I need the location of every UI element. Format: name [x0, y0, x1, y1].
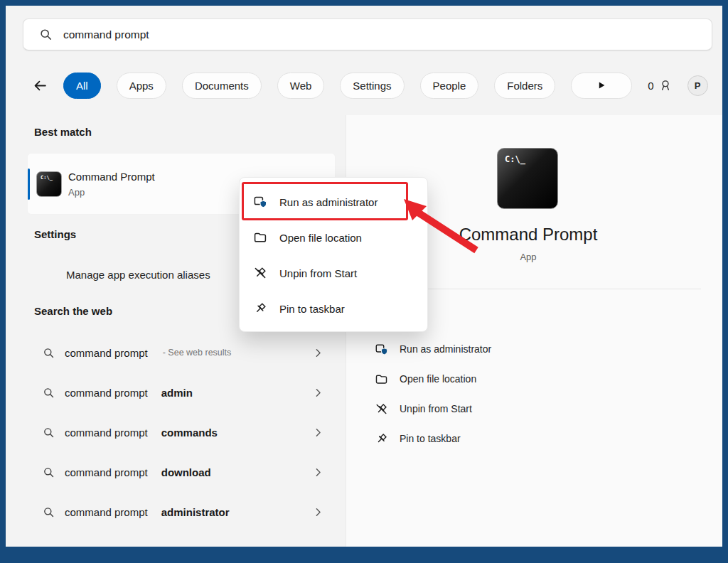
annotation-highlight-box: [242, 182, 408, 220]
preview-action-open-file-location[interactable]: Open file location: [375, 364, 708, 394]
preview-action-pin-to-taskbar[interactable]: Pin to taskbar: [375, 424, 708, 454]
preview-action-run-as-admin[interactable]: Run as administrator: [375, 334, 708, 364]
windows-search-panel: command prompt All Apps Documents Web Se…: [0, 0, 728, 563]
filter-tab-label: Apps: [129, 80, 154, 92]
folder-icon: [375, 372, 388, 386]
suggestion-query-bold: administrator: [161, 506, 230, 518]
search-icon: [43, 387, 55, 399]
suggestion-query: command prompt: [65, 466, 148, 478]
unpin-icon: [375, 402, 388, 416]
preview-actions: Run as administrator Open file location …: [375, 334, 708, 454]
annotation-arrow: [398, 192, 491, 259]
filter-tab-label: Web: [290, 80, 312, 92]
web-suggestion-row[interactable]: command prompt commands: [27, 412, 336, 452]
window-border-top: [0, 0, 728, 6]
context-menu-label: Pin to taskbar: [279, 303, 345, 315]
window-border-bottom: [0, 547, 728, 563]
filter-tab-documents[interactable]: Documents: [182, 73, 262, 99]
result-subtitle: App: [68, 187, 155, 198]
suggestion-query-bold: admin: [161, 387, 193, 399]
best-match-heading: Best match: [34, 126, 92, 138]
chevron-right-icon[interactable]: [312, 347, 324, 359]
pin-icon: [375, 432, 388, 446]
preview-action-label: Pin to taskbar: [400, 433, 461, 444]
chevron-right-icon[interactable]: [312, 506, 324, 518]
folder-icon: [253, 230, 267, 245]
filter-tab-settings[interactable]: Settings: [340, 73, 404, 99]
command-prompt-icon: C:\_: [36, 171, 62, 197]
preview-action-label: Open file location: [400, 373, 476, 385]
command-prompt-icon-large: C:\_: [497, 148, 558, 209]
search-input[interactable]: command prompt: [23, 18, 712, 50]
filter-bar: All Apps Documents Web Settings People F…: [33, 72, 728, 99]
filter-tab-apps[interactable]: Apps: [117, 73, 166, 99]
selection-accent-bar: [28, 168, 30, 200]
context-menu-item-unpin-from-start[interactable]: Unpin from Start: [240, 255, 427, 291]
suggestion-query: command prompt: [65, 506, 148, 518]
filter-tab-label: All: [76, 80, 88, 92]
avatar-initial: P: [695, 80, 701, 91]
search-the-web-heading: Search the web: [34, 305, 112, 317]
unpin-icon: [253, 266, 267, 280]
search-icon: [43, 466, 55, 478]
settings-result-label: Manage app execution aliases: [66, 269, 210, 281]
preview-action-label: Unpin from Start: [400, 403, 472, 414]
preview-action-unpin-from-start[interactable]: Unpin from Start: [375, 394, 708, 424]
rewards-medal-icon: [659, 79, 672, 92]
admin-shield-icon: [375, 343, 388, 356]
context-menu-item-pin-to-taskbar[interactable]: Pin to taskbar: [240, 291, 427, 326]
chevron-right-icon[interactable]: [312, 466, 324, 478]
web-suggestion-row[interactable]: command prompt administrator: [27, 492, 336, 532]
search-icon: [39, 28, 53, 41]
filter-tab-all[interactable]: All: [63, 73, 101, 99]
window-border-right: [722, 0, 728, 563]
user-avatar[interactable]: P: [687, 75, 708, 96]
chevron-right-icon[interactable]: [312, 387, 324, 399]
filter-tab-label: People: [433, 80, 466, 92]
back-button[interactable]: [33, 78, 48, 93]
rewards-counter[interactable]: 0: [648, 79, 671, 92]
filter-tab-web[interactable]: Web: [277, 73, 325, 99]
result-title: Command Prompt: [68, 170, 155, 183]
web-suggestion-row[interactable]: command prompt admin: [27, 372, 336, 412]
filter-tab-people[interactable]: People: [420, 73, 479, 99]
search-icon: [43, 347, 55, 359]
pin-icon: [253, 301, 267, 316]
suggestion-query: command prompt: [65, 347, 148, 359]
search-icon: [43, 427, 55, 439]
cmd-icon-text: C:\_: [41, 175, 53, 181]
play-icon: [596, 80, 607, 91]
context-menu-label: Open file location: [279, 232, 362, 244]
chevron-right-icon[interactable]: [312, 427, 324, 439]
window-border-left: [0, 0, 6, 563]
suggestion-query: command prompt: [65, 427, 148, 439]
filter-scroll-right-button[interactable]: [571, 73, 632, 99]
rewards-count: 0: [648, 80, 653, 92]
suggestion-query: command prompt: [65, 387, 148, 399]
search-icon: [43, 506, 55, 518]
web-suggestion-row[interactable]: command prompt - See web results: [27, 333, 336, 372]
filter-tab-label: Settings: [353, 80, 391, 92]
search-query-text: command prompt: [63, 28, 149, 41]
context-menu-label: Unpin from Start: [279, 267, 357, 279]
settings-heading: Settings: [34, 228, 76, 240]
suggestion-query-bold: commands: [161, 427, 218, 439]
filter-tab-folders[interactable]: Folders: [494, 73, 555, 99]
suggestion-note: - See web results: [163, 348, 232, 358]
cmd-icon-text: C:\_: [505, 154, 525, 164]
best-match-text: Command Prompt App: [68, 170, 155, 198]
filter-tab-label: Folders: [507, 80, 542, 92]
preview-action-label: Run as administrator: [400, 343, 491, 355]
web-suggestion-row[interactable]: command prompt download: [27, 452, 336, 492]
suggestion-query-bold: download: [161, 466, 211, 478]
filter-tab-label: Documents: [195, 80, 249, 92]
